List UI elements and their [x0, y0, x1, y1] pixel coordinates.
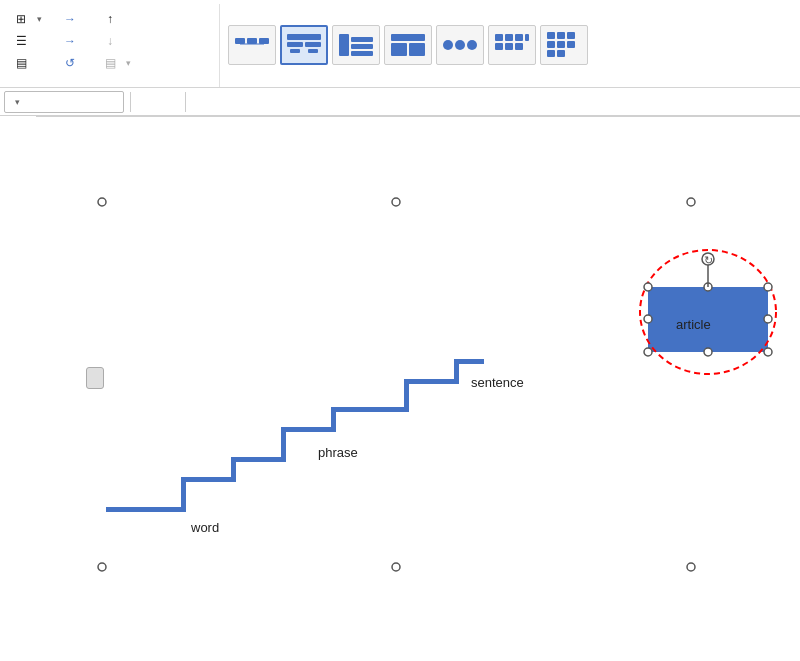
- column-headers: [36, 116, 800, 117]
- word-shape: [106, 457, 256, 512]
- move-down-button[interactable]: ↓: [97, 30, 136, 52]
- svg-rect-27: [547, 32, 555, 39]
- layout-item-5[interactable]: [436, 25, 484, 65]
- svg-rect-12: [351, 44, 373, 49]
- rotate-handle: [702, 253, 714, 265]
- layout-dropdown-arrow: ▾: [126, 58, 131, 68]
- sidebar-arrow[interactable]: [86, 367, 104, 389]
- article-label: article: [676, 317, 711, 332]
- svg-rect-24: [495, 43, 503, 50]
- ribbon-col-left: ⊞ ▾ ☰ ▤: [8, 8, 47, 74]
- svg-rect-6: [287, 42, 303, 47]
- svg-rect-10: [339, 34, 349, 56]
- svg-rect-2: [259, 38, 269, 44]
- move-up-button[interactable]: ↑: [97, 8, 136, 30]
- svg-point-18: [455, 40, 465, 50]
- svg-rect-32: [567, 41, 575, 48]
- move-down-icon: ↓: [102, 33, 118, 49]
- layouts-grid: [228, 8, 792, 81]
- svg-rect-13: [351, 51, 373, 56]
- layout-item-3[interactable]: [332, 25, 380, 65]
- svg-rect-31: [557, 41, 565, 48]
- layout-item-1[interactable]: [228, 25, 276, 65]
- article-handle-tr: [764, 283, 772, 291]
- svg-rect-22: [515, 34, 523, 41]
- article-handle-br: [764, 348, 772, 356]
- svg-rect-1: [247, 38, 257, 44]
- svg-rect-9: [308, 49, 318, 53]
- article-handle-bm: [704, 348, 712, 356]
- diagram-handle-bl: [98, 563, 106, 571]
- svg-rect-14: [391, 34, 425, 41]
- svg-rect-16: [409, 43, 425, 56]
- add-shape-icon: ⊞: [13, 11, 29, 27]
- svg-rect-20: [495, 34, 503, 41]
- layouts-section: [220, 4, 800, 87]
- diagram-handle-tl: [98, 198, 106, 206]
- layouts-label: [228, 81, 792, 83]
- layout-item-4[interactable]: [384, 25, 432, 65]
- svg-rect-25: [505, 43, 513, 50]
- promote-button[interactable]: →: [57, 8, 87, 30]
- layout-item-2[interactable]: [280, 25, 328, 65]
- layout-icon: ▤: [102, 55, 118, 71]
- layout-item-7[interactable]: [540, 25, 588, 65]
- create-graphic-section: ⊞ ▾ ☰ ▤ → →: [0, 4, 220, 87]
- svg-rect-30: [547, 41, 555, 48]
- svg-rect-15: [391, 43, 407, 56]
- svg-rect-34: [557, 50, 565, 57]
- sentence-label: sentence: [471, 375, 524, 390]
- article-handle-ml: [644, 315, 652, 323]
- layout-button[interactable]: ▤ ▾: [97, 52, 136, 74]
- add-shape-dropdown-arrow[interactable]: ▾: [37, 14, 42, 24]
- right-to-left-icon: ↺: [62, 55, 78, 71]
- svg-rect-7: [305, 42, 321, 47]
- svg-rect-8: [290, 49, 300, 53]
- article-handle-mr: [764, 315, 772, 323]
- sentence-shape: [356, 359, 484, 412]
- svg-rect-26: [515, 43, 523, 50]
- name-box[interactable]: ▾: [4, 91, 124, 113]
- svg-rect-11: [351, 37, 373, 42]
- name-box-arrow[interactable]: ▾: [15, 97, 20, 107]
- layout-item-6[interactable]: [488, 25, 536, 65]
- svg-rect-0: [235, 38, 245, 44]
- demote-button[interactable]: →: [57, 30, 87, 52]
- formula-icons: [137, 92, 179, 112]
- article-handle-tm: [704, 283, 712, 291]
- word-label: word: [190, 520, 219, 535]
- add-bullet-icon: ☰: [13, 33, 29, 49]
- svg-point-17: [443, 40, 453, 50]
- svg-rect-28: [557, 32, 565, 39]
- promote-icon: →: [62, 11, 78, 27]
- svg-rect-29: [567, 32, 575, 39]
- spreadsheet: word phrase sentence article: [0, 116, 800, 661]
- right-to-left-button[interactable]: ↺: [57, 52, 87, 74]
- article-handle-tl: [644, 283, 652, 291]
- svg-rect-33: [547, 50, 555, 57]
- add-bullet-button[interactable]: ☰: [8, 30, 47, 52]
- create-graphic-label: [8, 81, 211, 83]
- cancel-button[interactable]: [137, 92, 157, 112]
- svg-rect-5: [287, 34, 321, 40]
- text-pane-button[interactable]: ▤: [8, 52, 47, 74]
- move-up-icon: ↑: [102, 11, 118, 27]
- confirm-button[interactable]: [159, 92, 179, 112]
- svg-point-19: [467, 40, 477, 50]
- ribbon: ⊞ ▾ ☰ ▤ → →: [0, 0, 800, 88]
- diagram-handle-tm: [392, 198, 400, 206]
- diagram-handle-bm: [392, 563, 400, 571]
- diagram-handle-tr: [687, 198, 695, 206]
- formula-separator-2: [185, 92, 186, 112]
- svg-rect-23: [525, 34, 529, 41]
- selection-dashed-border: [640, 250, 776, 374]
- diagram-handle-br: [687, 563, 695, 571]
- formula-separator: [130, 92, 131, 112]
- ribbon-col-middle: → → ↺: [57, 8, 87, 74]
- text-pane-icon: ▤: [13, 55, 29, 71]
- add-shape-button[interactable]: ⊞ ▾: [8, 8, 47, 30]
- rotate-icon: ↻: [704, 254, 713, 266]
- demote-icon: →: [62, 33, 78, 49]
- svg-rect-21: [505, 34, 513, 41]
- phrase-shape: [233, 407, 358, 462]
